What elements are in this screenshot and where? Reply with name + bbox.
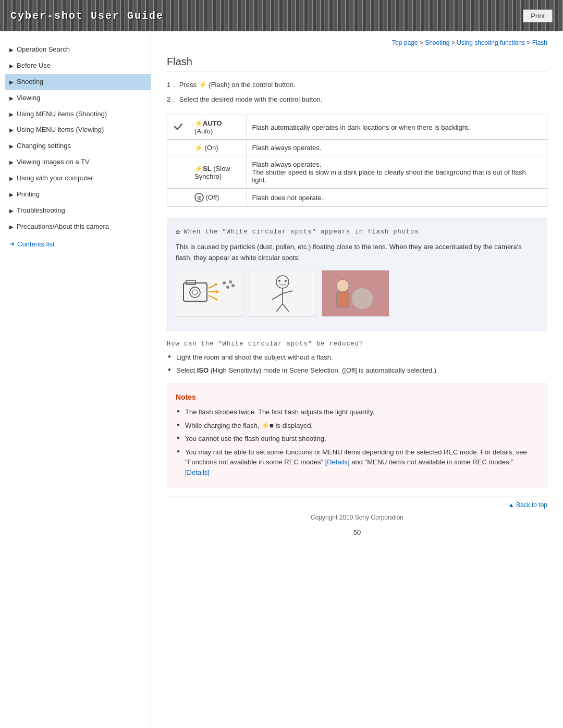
checkmark-icon: [173, 121, 184, 132]
notes-title: Notes: [176, 391, 538, 403]
table-cell-desc: Flash automatically operates in dark loc…: [247, 115, 547, 140]
table-cell-icon: [167, 189, 190, 207]
sidebar-item-label: Before Use: [17, 61, 51, 70]
svg-rect-25: [337, 292, 349, 307]
breadcrumb-shooting[interactable]: Shooting: [425, 39, 449, 46]
tip-box: ✿ When the "White circular spots" appear…: [167, 218, 547, 331]
step-2-num: 2．: [167, 95, 177, 103]
svg-marker-8: [216, 290, 219, 293]
chevron-right-icon: ▶: [9, 159, 14, 166]
list-item: Light the room and shoot the subject wit…: [167, 352, 547, 363]
sidebar-item-viewing-tv[interactable]: ▶ Viewing images on a TV: [5, 154, 151, 170]
svg-point-14: [276, 276, 289, 288]
step-1: 1． Press ⚡ (Flash) on the control button…: [167, 80, 547, 90]
step-1-num: 1．: [167, 81, 177, 89]
list-item: Select ISO (High Sensitivity) mode in Sc…: [167, 365, 547, 376]
sidebar-item-operation-search[interactable]: ▶ Operation Search: [5, 42, 151, 58]
table-cell-mode: ⚡AUTO (Auto): [189, 115, 247, 140]
table-cell-icon: [167, 115, 190, 140]
breadcrumb-flash[interactable]: Flash: [532, 39, 547, 46]
list-item: You cannot use the flash during burst sh…: [176, 434, 538, 444]
table-row: ⚡ (On) Flash always operates.: [167, 140, 547, 156]
contents-list-label: Contents list: [17, 240, 55, 248]
list-item: While charging the flash, ⚡■ is displaye…: [176, 421, 538, 431]
svg-point-3: [192, 290, 198, 295]
print-button[interactable]: Print: [523, 9, 553, 22]
breadcrumb-using-shooting[interactable]: Using shooting functions: [457, 39, 525, 46]
sidebar-item-changing-settings[interactable]: ▶ Changing settings: [5, 138, 151, 154]
notes-box: Notes The flash strobes twice. The first…: [167, 384, 547, 488]
chevron-right-icon: ▶: [9, 79, 14, 85]
sidebar-item-label: Shooting: [17, 78, 43, 87]
breadcrumb: Top page > Shooting > Using shooting fun…: [167, 39, 547, 46]
camera-flash-svg: [178, 273, 241, 314]
back-to-top[interactable]: ▲ Back to top: [167, 497, 547, 509]
reduce-list: Light the room and shoot the subject wit…: [167, 352, 547, 376]
chevron-right-icon: ▶: [9, 191, 14, 198]
sidebar-item-label: Printing: [17, 190, 40, 199]
table-cell-icon: [167, 140, 190, 156]
details-link-1[interactable]: [Details]: [325, 458, 350, 466]
svg-line-18: [276, 304, 283, 312]
sidebar-item-before-use[interactable]: ▶ Before Use: [5, 58, 151, 74]
table-row: ⚡AUTO (Auto) Flash automatically operate…: [167, 115, 547, 140]
sidebar-item-computer[interactable]: ▶ Using with your computer: [5, 170, 151, 187]
sidebar-item-shooting[interactable]: ▶ Shooting: [5, 74, 151, 90]
table-cell-icon: [167, 156, 190, 189]
sidebar-item-printing[interactable]: ▶ Printing: [5, 187, 151, 203]
step-1-text: (Flash) on the control button.: [207, 81, 296, 89]
list-item: The flash strobes twice. The first flash…: [176, 407, 538, 417]
step-2-text: Select the desired mode with the control…: [179, 95, 323, 103]
chevron-right-icon: ▶: [9, 143, 14, 150]
svg-point-24: [337, 279, 349, 292]
sidebar-item-label: Operation Search: [17, 45, 70, 54]
contents-list-link[interactable]: ➜ Contents list: [5, 235, 151, 248]
table-cell-desc: Flash always operates.: [247, 140, 547, 156]
person-diagram: [249, 270, 316, 317]
svg-point-10: [223, 281, 226, 285]
svg-point-21: [285, 280, 287, 282]
sidebar-item-label: Viewing images on a TV: [17, 158, 90, 167]
sidebar-item-label: Viewing: [17, 94, 40, 103]
table-cell-desc: Flash always operates.The shutter speed …: [247, 156, 547, 189]
chevron-right-icon: ▶: [9, 224, 14, 230]
svg-rect-0: [183, 283, 207, 301]
sidebar-item-viewing[interactable]: ▶ Viewing: [5, 90, 151, 106]
step-1-prefix: Press: [179, 81, 199, 89]
step-2: 2． Select the desired mode with the cont…: [167, 94, 547, 105]
notes-list: The flash strobes twice. The first flash…: [176, 407, 538, 477]
chevron-right-icon: ▶: [9, 207, 14, 214]
tip-title: ✿ When the "White circular spots" appear…: [176, 226, 538, 238]
table-cell-mode: ⚡SL (Slow Synchro): [189, 156, 247, 189]
page-number: 50: [167, 528, 547, 536]
breadcrumb-top[interactable]: Top page: [392, 39, 418, 46]
tip-icon: ✿: [176, 226, 180, 238]
flash-mode-table: ⚡AUTO (Auto) Flash automatically operate…: [167, 115, 547, 207]
details-link-2[interactable]: [Details]: [185, 468, 210, 476]
sidebar-item-label: Troubleshooting: [17, 206, 65, 215]
svg-line-16: [272, 293, 283, 300]
sidebar-item-troubleshooting[interactable]: ▶ Troubleshooting: [5, 203, 151, 219]
svg-point-23: [352, 288, 372, 309]
table-cell-desc: Flash does not operate.: [247, 189, 547, 207]
chevron-right-icon: ▶: [9, 46, 14, 53]
sidebar-item-precautions[interactable]: ▶ Precautions/About this camera: [5, 219, 151, 235]
photo-svg: [322, 270, 389, 317]
svg-point-13: [231, 284, 235, 287]
table-row: ⊗ (Off) Flash does not operate.: [167, 189, 547, 207]
table-row: ⚡SL (Slow Synchro) Flash always operates…: [167, 156, 547, 189]
arrow-right-icon: ➜: [9, 240, 15, 248]
reduce-title: How can the "White circular spots" be re…: [167, 339, 547, 349]
diagram-row: [176, 270, 538, 317]
sidebar-item-menu-viewing[interactable]: ▶ Using MENU items (Viewing): [5, 122, 151, 138]
header: Cyber-shot User Guide Print: [0, 0, 563, 31]
reduce-section: How can the "White circular spots" be re…: [167, 339, 547, 376]
sidebar-item-label: Using MENU items (Shooting): [17, 110, 107, 119]
svg-point-11: [226, 286, 229, 289]
sidebar-item-label: Using MENU items (Viewing): [17, 126, 104, 134]
chevron-right-icon: ▶: [9, 111, 14, 118]
flash-symbol-inline: ⚡: [199, 81, 207, 89]
reduce-title-text: How can the "White circular spots" be re…: [167, 340, 363, 348]
sidebar-item-menu-shooting[interactable]: ▶ Using MENU items (Shooting): [5, 106, 151, 122]
steps-section: 1． Press ⚡ (Flash) on the control button…: [167, 80, 547, 104]
